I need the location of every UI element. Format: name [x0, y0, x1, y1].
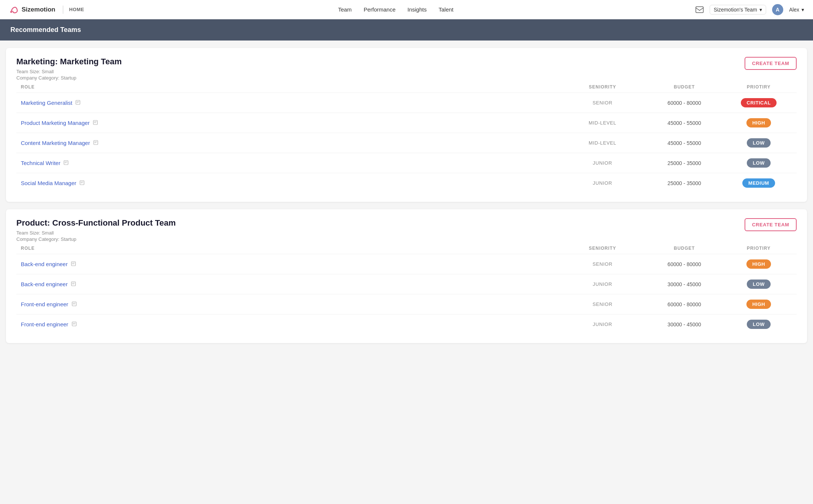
- priority-badge: HIGH: [746, 118, 771, 127]
- role-cell: Social Media Manager: [21, 180, 562, 187]
- svg-rect-27: [73, 323, 75, 323]
- card-company-category: Company Category: Startup: [16, 236, 176, 242]
- seniority-cell: JUNIOR: [562, 180, 643, 186]
- col-header-2: BUDGET: [643, 246, 725, 251]
- svg-rect-15: [81, 182, 83, 182]
- table-row: Front-end engineer JUNIOR 30000 - 45000 …: [16, 314, 797, 334]
- seniority-cell: SENIOR: [562, 301, 643, 307]
- logo-icon: [9, 4, 19, 15]
- role-icon: [93, 140, 99, 146]
- team-select-label: Sizemotion's Team: [714, 7, 757, 13]
- card-header: Marketing: Marketing Team Team Size: Sma…: [16, 57, 797, 81]
- svg-rect-9: [94, 142, 97, 142]
- role-cell: Product Marketing Manager: [21, 120, 562, 126]
- create-team-button[interactable]: CREATE TEAM: [745, 57, 797, 70]
- role-cell: Technical Writer: [21, 160, 562, 167]
- role-name: Technical Writer: [21, 160, 60, 166]
- card-meta-block: Product: Cross-Functional Product Team T…: [16, 218, 176, 243]
- priority-cell: LOW: [725, 158, 792, 168]
- page: Recommended Teams Marketing: Marketing T…: [0, 19, 813, 343]
- priority-badge: LOW: [747, 158, 771, 168]
- col-header-3: PRIOTIRY: [725, 84, 792, 90]
- role-icon: [71, 321, 77, 328]
- budget-cell: 45000 - 55000: [643, 120, 725, 126]
- budget-cell: 30000 - 45000: [643, 281, 725, 287]
- card-company-category: Company Category: Startup: [16, 75, 122, 81]
- avatar: A: [772, 4, 783, 15]
- svg-rect-13: [65, 162, 67, 163]
- table-row: Technical Writer JUNIOR 25000 - 35000 LO…: [16, 153, 797, 173]
- seniority-cell: JUNIOR: [562, 281, 643, 287]
- logo[interactable]: Sizemotion: [9, 4, 55, 15]
- seniority-cell: SENIOR: [562, 100, 643, 106]
- role-icon: [63, 160, 69, 167]
- team-card-1: Product: Cross-Functional Product Team T…: [6, 209, 807, 343]
- nav-link-talent[interactable]: Talent: [438, 6, 453, 13]
- seniority-cell: MID-LEVEL: [562, 120, 643, 126]
- role-cell: Back-end engineer: [21, 281, 562, 288]
- role-icon: [71, 281, 76, 288]
- role-icon: [75, 100, 81, 106]
- svg-rect-22: [72, 284, 74, 284]
- priority-cell: LOW: [725, 320, 792, 329]
- priority-badge: HIGH: [746, 259, 771, 269]
- svg-rect-24: [73, 303, 75, 303]
- budget-cell: 30000 - 45000: [643, 322, 725, 327]
- priority-badge: CRITICAL: [741, 98, 777, 107]
- svg-rect-10: [94, 142, 96, 143]
- table-row: Content Marketing Manager MID-LEVEL 4500…: [16, 133, 797, 153]
- logo-text: Sizemotion: [22, 6, 55, 13]
- table-row: Front-end engineer SENIOR 60000 - 80000 …: [16, 294, 797, 314]
- priority-badge: HIGH: [746, 300, 771, 309]
- svg-rect-19: [72, 264, 74, 264]
- role-name: Front-end engineer: [21, 301, 68, 307]
- role-icon: [93, 120, 98, 126]
- user-menu[interactable]: Alex ▾: [789, 7, 804, 13]
- team-select[interactable]: Sizemotion's Team ▾: [710, 5, 766, 14]
- navbar: Sizemotion HOME Team Performance Insight…: [0, 0, 813, 19]
- card-team-size: Team Size: Small: [16, 69, 122, 74]
- budget-cell: 25000 - 35000: [643, 180, 725, 186]
- table-header: ROLESENIORITYBUDGETPRIOTIRY: [16, 243, 797, 254]
- role-cell: Content Marketing Manager: [21, 140, 562, 146]
- nav-link-insights[interactable]: Insights: [408, 6, 427, 13]
- role-icon: [71, 301, 77, 308]
- role-name: Front-end engineer: [21, 321, 68, 327]
- user-name: Alex: [789, 7, 799, 13]
- col-header-2: BUDGET: [643, 84, 725, 90]
- priority-cell: HIGH: [725, 259, 792, 269]
- seniority-cell: JUNIOR: [562, 322, 643, 327]
- team-select-chevron: ▾: [759, 7, 762, 13]
- priority-cell: HIGH: [725, 300, 792, 309]
- role-name: Back-end engineer: [21, 261, 68, 267]
- priority-badge: MEDIUM: [742, 178, 775, 188]
- table-row: Back-end engineer JUNIOR 30000 - 45000 L…: [16, 274, 797, 294]
- create-team-button[interactable]: CREATE TEAM: [745, 218, 797, 231]
- col-header-1: SENIORITY: [562, 246, 643, 251]
- nav-link-performance[interactable]: Performance: [364, 6, 396, 13]
- svg-rect-16: [81, 182, 83, 183]
- nav-right: Sizemotion's Team ▾ A Alex ▾: [695, 4, 804, 15]
- svg-rect-4: [77, 102, 78, 103]
- svg-rect-3: [77, 101, 79, 102]
- seniority-cell: JUNIOR: [562, 160, 643, 166]
- table-header: ROLESENIORITYBUDGETPRIOTIRY: [16, 81, 797, 93]
- nav-home-link[interactable]: HOME: [69, 7, 84, 12]
- user-chevron: ▾: [801, 7, 804, 13]
- priority-badge: LOW: [747, 138, 771, 148]
- nav-divider: [63, 6, 63, 14]
- budget-cell: 60000 - 80000: [643, 100, 725, 106]
- card-title: Product: Cross-Functional Product Team: [16, 218, 176, 228]
- role-icon: [71, 261, 76, 268]
- role-cell: Marketing Generalist: [21, 100, 562, 106]
- role-name: Product Marketing Manager: [21, 120, 90, 126]
- svg-rect-21: [72, 283, 75, 283]
- budget-cell: 25000 - 35000: [643, 160, 725, 166]
- budget-cell: 45000 - 55000: [643, 140, 725, 146]
- mail-icon[interactable]: [695, 6, 704, 14]
- col-header-3: PRIOTIRY: [725, 246, 792, 251]
- nav-link-team[interactable]: Team: [338, 6, 352, 13]
- card-header: Product: Cross-Functional Product Team T…: [16, 218, 797, 243]
- role-name: Marketing Generalist: [21, 100, 72, 106]
- svg-rect-1: [696, 7, 703, 13]
